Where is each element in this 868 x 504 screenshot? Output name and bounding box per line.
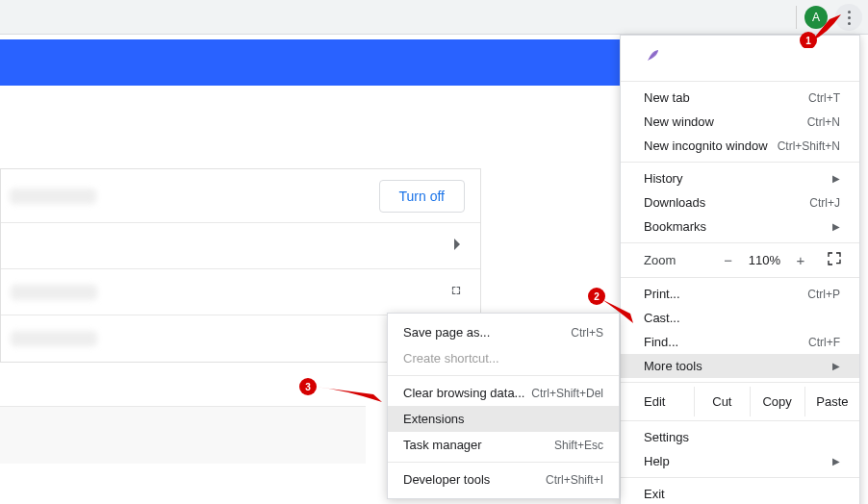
menu-find[interactable]: Find... Ctrl+F [621,330,859,354]
copy-button[interactable]: Copy [750,387,804,416]
menu-item-label: Clear browsing data... [403,386,524,400]
more-tools-submenu: Save page as... Ctrl+S Create shortcut..… [387,313,620,499]
cut-button[interactable]: Cut [694,387,749,416]
menu-item-shortcut: Ctrl+T [808,91,840,105]
submenu-task-manager[interactable]: Task manager Shift+Esc [388,432,619,458]
feather-icon [644,47,661,67]
menu-cast[interactable]: Cast... [621,306,859,330]
menu-bookmarks[interactable]: Bookmarks ▶ [621,214,859,239]
sync-turnoff-row: Turn off [1,169,480,223]
menu-item-label: Print... [644,287,680,301]
zoom-value: 110% [749,253,780,267]
zoom-label: Zoom [644,253,676,267]
menu-settings[interactable]: Settings [621,425,859,449]
chevron-right-icon [453,239,463,253]
menu-item-shortcut: Ctrl+Shift+Del [531,387,603,400]
svg-text:3: 3 [305,382,311,392]
menu-item-label: Exit [644,487,665,501]
menu-item-shortcut: Ctrl+P [807,288,840,301]
menu-item-shortcut: Ctrl+F [808,336,840,349]
page-header-bar [0,39,633,86]
settings-row-1[interactable] [1,223,480,269]
submenu-clear-browsing[interactable]: Clear browsing data... Ctrl+Shift+Del [388,380,619,406]
menu-item-label: Downloads [644,195,705,210]
menu-item-label: Find... [644,335,678,349]
menu-item-shortcut: Ctrl+N [807,115,840,129]
fullscreen-icon[interactable] [827,251,842,269]
svg-point-2 [588,288,605,305]
menu-item-label: More tools [644,359,702,373]
menu-item-label: Create shortcut... [403,351,499,365]
submenu-save-page[interactable]: Save page as... Ctrl+S [388,319,619,345]
menu-incognito[interactable]: New incognito window Ctrl+Shift+N [621,134,859,158]
menu-item-label: Bookmarks [644,219,706,234]
menu-item-label: Developer tools [403,472,490,487]
menu-item-shortcut: Ctrl+Shift+I [546,473,603,487]
chrome-main-menu: New tab Ctrl+T New window Ctrl+N New inc… [620,35,860,504]
submenu-dev-tools[interactable]: Developer tools Ctrl+Shift+I [388,466,619,492]
settings-row-2[interactable] [1,269,480,315]
menu-item-label: Settings [644,430,689,444]
menu-print[interactable]: Print... Ctrl+P [621,282,859,306]
menu-help[interactable]: Help ▶ [621,449,859,473]
menu-downloads[interactable]: Downloads Ctrl+J [621,190,859,214]
submenu-create-shortcut: Create shortcut... [388,345,619,371]
menu-zoom-row: Zoom − 110% + [621,247,859,273]
svg-point-4 [299,378,317,395]
menu-edit-row: Edit Cut Copy Paste [621,387,859,416]
zoom-in-button[interactable]: + [792,252,809,268]
paste-button[interactable]: Paste [804,387,859,416]
menu-more-tools[interactable]: More tools ▶ [621,354,859,378]
svg-text:2: 2 [594,291,600,302]
menu-item-shortcut: Ctrl+S [571,326,603,340]
menu-new-window[interactable]: New window Ctrl+N [621,110,859,134]
menu-item-label: New tab [644,90,690,105]
open-in-new-icon [449,284,463,300]
extensions-icon-row[interactable] [621,41,859,77]
menu-history[interactable]: History ▶ [621,166,859,190]
profile-avatar[interactable]: A [804,6,828,29]
chevron-right-icon: ▶ [832,361,840,371]
chevron-right-icon: ▶ [832,456,840,466]
turn-off-button[interactable]: Turn off [379,180,465,213]
menu-item-label: New window [644,114,714,129]
menu-item-shortcut: Shift+Esc [554,439,603,452]
menu-exit[interactable]: Exit [621,482,859,504]
submenu-extensions[interactable]: Extensions [388,406,619,432]
menu-item-shortcut: Ctrl+J [809,196,840,210]
zoom-out-button[interactable]: − [720,252,737,268]
chevron-right-icon: ▶ [832,173,840,184]
edit-label: Edit [621,387,694,416]
menu-item-label: Save page as... [403,325,490,340]
menu-item-shortcut: Ctrl+Shift+N [778,139,840,153]
chevron-right-icon: ▶ [832,221,840,232]
browser-top-bar: A [0,0,868,35]
menu-item-label: New incognito window [644,139,768,153]
menu-item-label: Task manager [403,438,482,452]
menu-item-label: History [644,171,682,186]
menu-item-label: Extensions [403,412,465,426]
menu-item-label: Help [644,454,670,468]
bottom-spacer [0,406,366,464]
menu-new-tab[interactable]: New tab Ctrl+T [621,86,859,110]
menu-item-label: Cast... [644,311,680,325]
top-divider [796,6,797,29]
menu-button[interactable] [835,4,862,31]
